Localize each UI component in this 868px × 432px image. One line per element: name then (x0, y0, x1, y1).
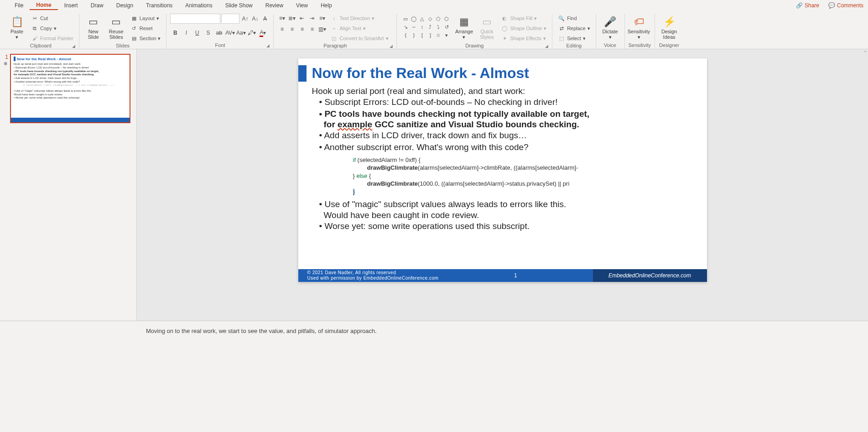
share-button[interactable]: 🔗Share (791, 1, 824, 10)
italic-button[interactable]: I (181, 28, 191, 37)
slide-canvas[interactable]: Now for the Real Work - Almost Hook up s… (298, 58, 707, 282)
find-icon: 🔍 (558, 16, 565, 21)
tab-file[interactable]: File (8, 1, 30, 10)
convert-smartart-button[interactable]: ◫Convert to SmartArt ▾ (328, 34, 390, 43)
dictate-button[interactable]: 🎤Dictate▾ (600, 14, 621, 42)
sensitivity-icon: 🏷 (634, 16, 644, 28)
bold-button[interactable]: B (170, 28, 180, 37)
arrange-icon: ▦ (459, 16, 469, 28)
tab-insert[interactable]: Insert (58, 1, 84, 10)
decrease-font-icon[interactable]: A↓ (250, 14, 260, 23)
design-ideas-button[interactable]: ⚡Design Ideas (659, 14, 680, 42)
font-name-combo[interactable] (170, 14, 220, 24)
comments-button[interactable]: 💬Comments (824, 1, 868, 10)
tab-slideshow[interactable]: Slide Show (219, 1, 259, 10)
bullet-4: Another subscript error. What's wrong wi… (319, 141, 693, 153)
paste-icon: 📋 (11, 16, 23, 28)
copyright-text: © 2021 Dave Nadler, All rights reserved (307, 270, 439, 276)
font-size-combo[interactable] (221, 14, 239, 24)
slide-editor-area[interactable]: ⌃ Now for the Real Work - Almost Hook up… (137, 49, 868, 321)
section-button[interactable]: ▤Section ▾ (129, 34, 163, 43)
group-slides: ▭New Slide ▭Reuse Slides ▦Layout ▾ ↺Rese… (79, 14, 167, 49)
quick-styles-button[interactable]: ▭Quick Styles (476, 14, 497, 42)
underline-button[interactable]: U (192, 28, 202, 37)
decrease-indent-button[interactable]: ⇤ (297, 14, 307, 23)
group-paragraph: ≡▾ ≣▾ ⇤ ⇥ ≡▾ ≡ ≡ ≡ ≡ ▥▾ ↕Text Direction … (274, 14, 397, 49)
text-direction-icon: ↕ (330, 16, 338, 21)
tab-animations[interactable]: Animations (179, 1, 218, 10)
shapes-gallery[interactable]: ▭◯△◇⬠⬡ ↘↔↕⤴⤵↺ {}[]☆▾ (400, 14, 452, 40)
slide-content[interactable]: Hook up serial port (real and simulated)… (298, 82, 707, 232)
select-button[interactable]: ⬚Select ▾ (556, 34, 592, 43)
design-ideas-icon: ⚡ (663, 16, 676, 28)
arrange-button[interactable]: ▦Arrange▾ (453, 14, 474, 42)
tab-design[interactable]: Design (110, 1, 140, 10)
permission-text: Used with permission by EmbeddedOnlineCo… (307, 276, 439, 281)
replace-icon: ⇄ (558, 26, 565, 31)
group-voice: 🎤Dictate▾ Voice (596, 14, 625, 49)
reset-icon: ↺ (130, 26, 138, 31)
columns-button[interactable]: ▥▾ (317, 25, 327, 34)
code-snippet: if (selectedAlarm != 0xff) { drawBigClim… (312, 153, 693, 199)
tab-draw[interactable]: Draw (84, 1, 110, 10)
align-text-icon: ⫟ (330, 26, 338, 31)
new-slide-button[interactable]: ▭New Slide (83, 14, 104, 42)
line-spacing-button[interactable]: ≡▾ (317, 14, 327, 23)
increase-indent-button[interactable]: ⇥ (307, 14, 317, 23)
menu-tabs: File Home Insert Draw Design Transitions… (0, 0, 868, 11)
copy-button[interactable]: ⧉Copy ▾ (29, 24, 75, 33)
notes-text[interactable]: Moving on to the real work, we start to … (146, 328, 377, 334)
slide-thumbnail-1[interactable]: Now for the Real Work - Almost Hook up s… (10, 54, 130, 123)
bullets-button[interactable]: ≡▾ (277, 14, 286, 23)
tab-home[interactable]: Home (30, 1, 57, 10)
change-case-button[interactable]: Aa▾ (236, 28, 246, 37)
paragraph-launcher[interactable]: ◢ (390, 44, 393, 48)
tab-review[interactable]: Review (259, 1, 290, 10)
layout-button[interactable]: ▦Layout ▾ (129, 14, 163, 23)
notes-pane[interactable]: Moving on to the real work, we start to … (0, 321, 868, 432)
replace-button[interactable]: ⇄Replace ▾ (556, 24, 592, 33)
shadow-button[interactable]: S (203, 28, 213, 37)
align-right-button[interactable]: ≡ (297, 25, 307, 34)
strike-button[interactable]: ab (214, 28, 224, 37)
highlight-button[interactable]: 🖍▾ (247, 28, 257, 37)
shape-fill-button[interactable]: ◐Shape Fill ▾ (499, 14, 548, 23)
collapse-ribbon-icon[interactable]: ⌃ (863, 50, 867, 55)
ribbon: 📋 Paste▾ ✂Cut ⧉Copy ▾ 🖌Format Painter Cl… (0, 11, 868, 49)
bullet-2b: for example GCC sanitize and Visual Stud… (324, 120, 693, 130)
justify-button[interactable]: ≡ (307, 25, 317, 34)
clipboard-launcher[interactable]: ◢ (72, 44, 75, 48)
tab-transitions[interactable]: Transitions (140, 1, 179, 10)
increase-font-icon[interactable]: A↑ (240, 14, 249, 23)
numbering-button[interactable]: ≣▾ (287, 14, 296, 23)
paste-button[interactable]: 📋 Paste▾ (6, 14, 27, 42)
reset-button[interactable]: ↺Reset (129, 24, 163, 33)
shape-fill-icon: ◐ (501, 16, 508, 21)
align-center-button[interactable]: ≡ (287, 25, 296, 34)
format-painter-button[interactable]: 🖌Format Painter (29, 34, 75, 43)
cut-button[interactable]: ✂Cut (29, 14, 75, 23)
sensitivity-button[interactable]: 🏷Sensitivity▾ (629, 14, 650, 42)
group-drawing: ▭◯△◇⬠⬡ ↘↔↕⤴⤵↺ {}[]☆▾ ▦Arrange▾ ▭Quick St… (397, 14, 552, 49)
shape-outline-button[interactable]: ◯Shape Outline ▾ (499, 24, 548, 33)
reuse-slides-button[interactable]: ▭Reuse Slides (106, 14, 127, 42)
group-sensitivity: 🏷Sensitivity▾ Sensitivity (625, 14, 655, 49)
group-editing: 🔍Find ⇄Replace ▾ ⬚Select ▾ Editing (552, 14, 596, 49)
notes-splitter[interactable] (0, 320, 868, 323)
align-left-button[interactable]: ≡ (277, 25, 286, 34)
find-button[interactable]: 🔍Find (556, 14, 592, 23)
align-text-button[interactable]: ⫟Align Text ▾ (328, 24, 390, 33)
char-spacing-button[interactable]: AV▾ (225, 28, 235, 37)
tab-view[interactable]: View (290, 1, 314, 10)
drawing-launcher[interactable]: ◢ (545, 44, 548, 48)
dictate-icon: 🎤 (604, 16, 616, 28)
font-color-button[interactable]: A▾ (258, 28, 268, 37)
clear-format-icon[interactable]: A̶ (260, 14, 270, 23)
font-launcher[interactable]: ◢ (266, 43, 270, 48)
text-direction-button[interactable]: ↕Text Direction ▾ (328, 14, 390, 23)
shape-effects-button[interactable]: ✦Shape Effects ▾ (499, 34, 548, 43)
tab-help[interactable]: Help (314, 1, 338, 10)
reuse-slides-icon: ▭ (111, 16, 121, 28)
slide-title[interactable]: Now for the Real Work - Almost (312, 65, 529, 82)
group-clipboard: 📋 Paste▾ ✂Cut ⧉Copy ▾ 🖌Format Painter Cl… (3, 14, 79, 49)
